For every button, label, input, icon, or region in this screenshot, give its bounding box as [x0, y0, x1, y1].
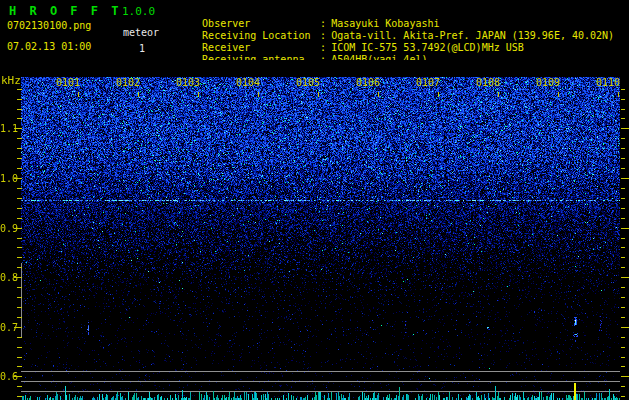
freq-tick-label: 1.0 — [0, 173, 14, 184]
freq-tick-label: 0.6 — [0, 371, 14, 382]
time-tick-label: 0104 — [235, 77, 260, 88]
y-axis-unit: kHz — [1, 74, 21, 87]
datetime-label: 07.02.13 01:00 — [7, 41, 91, 52]
time-tick-label: 0103 — [175, 77, 200, 88]
app-title: H R O F F T — [9, 4, 121, 18]
time-tick-label: 0101 — [55, 77, 80, 88]
hrofft-screen: H R O F F T 1.0.0 0702130100.png meteor … — [0, 0, 629, 400]
time-tick-label: 0109 — [535, 77, 560, 88]
time-tick-label: 0108 — [475, 77, 500, 88]
freq-tick-label: 0.7 — [0, 322, 14, 333]
time-tick-label: 0110 — [595, 77, 620, 88]
freq-tick-label: 0.9 — [0, 223, 14, 234]
time-tick-label: 0105 — [295, 77, 320, 88]
time-tick-label: 0102 — [115, 77, 140, 88]
mode-label: meteor — [123, 27, 159, 38]
meteor-count: 1 — [139, 43, 145, 54]
time-tick-label: 0107 — [415, 77, 440, 88]
freq-tick-label: 0.8 — [0, 272, 14, 283]
output-filename: 0702130100.png — [7, 20, 91, 31]
app-version: 1.0.0 — [122, 5, 155, 18]
time-tick-label: 0106 — [355, 77, 380, 88]
freq-tick-label: 1.1 — [0, 123, 14, 134]
spectrogram-canvas — [0, 60, 629, 400]
